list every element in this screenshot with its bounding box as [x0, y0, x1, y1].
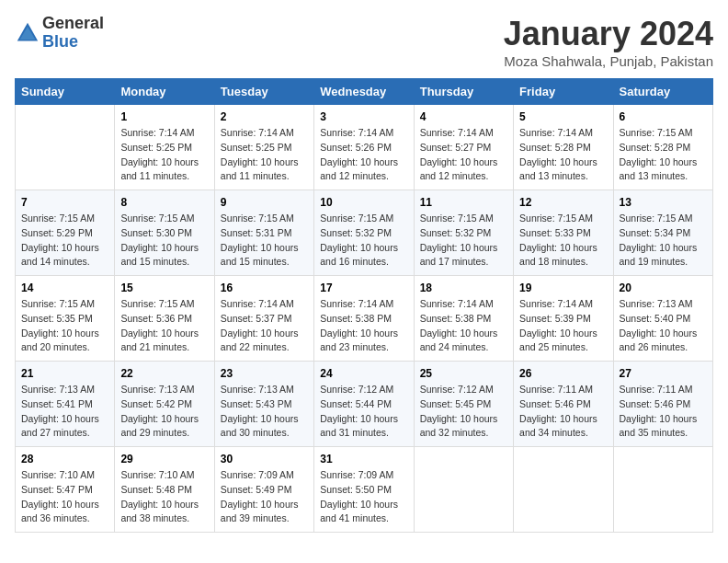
- calendar-cell: 23Sunrise: 7:13 AM Sunset: 5:43 PM Dayli…: [214, 362, 313, 447]
- day-info: Sunrise: 7:13 AM Sunset: 5:43 PM Dayligh…: [221, 383, 308, 441]
- day-number: 21: [21, 367, 108, 380]
- day-number: 15: [120, 282, 208, 294]
- day-number: 31: [320, 453, 407, 465]
- calendar-cell: 29Sunrise: 7:10 AM Sunset: 5:48 PM Dayli…: [115, 447, 214, 533]
- day-number: 6: [620, 110, 707, 123]
- header-day-saturday: Saturday: [613, 79, 712, 105]
- day-info: Sunrise: 7:15 AM Sunset: 5:34 PM Dayligh…: [620, 212, 707, 270]
- day-info: Sunrise: 7:11 AM Sunset: 5:46 PM Dayligh…: [620, 383, 707, 441]
- day-info: Sunrise: 7:13 AM Sunset: 5:41 PM Dayligh…: [21, 383, 108, 441]
- day-number: 8: [120, 196, 208, 209]
- calendar-cell: 28Sunrise: 7:10 AM Sunset: 5:47 PM Dayli…: [16, 447, 115, 533]
- header-day-tuesday: Tuesday: [214, 79, 313, 105]
- logo-blue-text: Blue: [42, 32, 78, 51]
- calendar-cell: 15Sunrise: 7:15 AM Sunset: 5:36 PM Dayli…: [115, 276, 214, 362]
- location-text: Moza Shahwala, Punjab, Pakistan: [504, 53, 713, 69]
- day-info: Sunrise: 7:15 AM Sunset: 5:29 PM Dayligh…: [21, 212, 108, 270]
- header-day-friday: Friday: [514, 79, 613, 105]
- day-info: Sunrise: 7:14 AM Sunset: 5:38 PM Dayligh…: [320, 297, 407, 355]
- header-day-wednesday: Wednesday: [314, 79, 414, 105]
- day-number: 25: [420, 367, 507, 380]
- calendar-cell: 27Sunrise: 7:11 AM Sunset: 5:46 PM Dayli…: [613, 362, 712, 447]
- header-day-monday: Monday: [115, 79, 214, 105]
- day-info: Sunrise: 7:14 AM Sunset: 5:25 PM Dayligh…: [221, 126, 308, 184]
- day-info: Sunrise: 7:10 AM Sunset: 5:47 PM Dayligh…: [21, 468, 108, 526]
- calendar-cell: 1Sunrise: 7:14 AM Sunset: 5:25 PM Daylig…: [115, 105, 214, 190]
- day-number: 17: [320, 282, 407, 294]
- day-number: 27: [620, 367, 707, 380]
- day-info: Sunrise: 7:09 AM Sunset: 5:49 PM Dayligh…: [221, 468, 308, 526]
- month-title: January 2024: [504, 15, 713, 53]
- day-number: 20: [620, 282, 707, 294]
- day-info: Sunrise: 7:15 AM Sunset: 5:30 PM Dayligh…: [120, 212, 208, 270]
- day-number: 26: [519, 367, 607, 380]
- day-number: 19: [519, 282, 607, 294]
- logo-general-text: General: [42, 14, 104, 32]
- header-row: SundayMondayTuesdayWednesdayThursdayFrid…: [16, 79, 713, 105]
- day-number: 16: [221, 282, 308, 294]
- day-info: Sunrise: 7:15 AM Sunset: 5:28 PM Dayligh…: [620, 126, 707, 184]
- week-row-5: 28Sunrise: 7:10 AM Sunset: 5:47 PM Dayli…: [16, 447, 713, 533]
- calendar-cell: 8Sunrise: 7:15 AM Sunset: 5:30 PM Daylig…: [115, 190, 214, 276]
- day-number: 4: [420, 110, 507, 123]
- calendar-cell: 31Sunrise: 7:09 AM Sunset: 5:50 PM Dayli…: [314, 447, 414, 533]
- calendar-cell: 3Sunrise: 7:14 AM Sunset: 5:26 PM Daylig…: [314, 105, 414, 190]
- day-info: Sunrise: 7:15 AM Sunset: 5:36 PM Dayligh…: [120, 297, 208, 355]
- calendar-cell: 16Sunrise: 7:14 AM Sunset: 5:37 PM Dayli…: [214, 276, 313, 362]
- calendar-cell: 30Sunrise: 7:09 AM Sunset: 5:49 PM Dayli…: [214, 447, 313, 533]
- logo-icon: [15, 20, 40, 46]
- day-info: Sunrise: 7:14 AM Sunset: 5:38 PM Dayligh…: [420, 297, 507, 355]
- day-number: 28: [21, 453, 108, 465]
- day-number: 13: [620, 196, 707, 209]
- day-info: Sunrise: 7:12 AM Sunset: 5:44 PM Dayligh…: [320, 383, 407, 441]
- calendar-cell: [613, 447, 712, 533]
- calendar-cell: 14Sunrise: 7:15 AM Sunset: 5:35 PM Dayli…: [16, 276, 115, 362]
- calendar-cell: 17Sunrise: 7:14 AM Sunset: 5:38 PM Dayli…: [314, 276, 414, 362]
- calendar-table: SundayMondayTuesdayWednesdayThursdayFrid…: [15, 78, 713, 533]
- day-info: Sunrise: 7:11 AM Sunset: 5:46 PM Dayligh…: [519, 383, 607, 441]
- day-number: 10: [320, 196, 407, 209]
- calendar-cell: 26Sunrise: 7:11 AM Sunset: 5:46 PM Dayli…: [514, 362, 613, 447]
- calendar-cell: 5Sunrise: 7:14 AM Sunset: 5:28 PM Daylig…: [514, 105, 613, 190]
- calendar-cell: 18Sunrise: 7:14 AM Sunset: 5:38 PM Dayli…: [414, 276, 513, 362]
- title-block: January 2024 Moza Shahwala, Punjab, Paki…: [504, 15, 713, 69]
- week-row-1: 1Sunrise: 7:14 AM Sunset: 5:25 PM Daylig…: [16, 105, 713, 190]
- day-info: Sunrise: 7:14 AM Sunset: 5:39 PM Dayligh…: [519, 297, 607, 355]
- day-info: Sunrise: 7:10 AM Sunset: 5:48 PM Dayligh…: [120, 468, 208, 526]
- day-number: 18: [420, 282, 507, 294]
- day-number: 22: [120, 367, 208, 380]
- calendar-cell: [16, 105, 115, 190]
- logo-text: General Blue: [42, 15, 104, 52]
- page-header: General Blue January 2024 Moza Shahwala,…: [15, 15, 713, 69]
- day-info: Sunrise: 7:15 AM Sunset: 5:32 PM Dayligh…: [420, 212, 507, 270]
- day-info: Sunrise: 7:15 AM Sunset: 5:33 PM Dayligh…: [519, 212, 607, 270]
- calendar-cell: 20Sunrise: 7:13 AM Sunset: 5:40 PM Dayli…: [613, 276, 712, 362]
- calendar-cell: 7Sunrise: 7:15 AM Sunset: 5:29 PM Daylig…: [16, 190, 115, 276]
- day-number: 2: [221, 110, 308, 123]
- day-info: Sunrise: 7:14 AM Sunset: 5:28 PM Dayligh…: [519, 126, 607, 184]
- calendar-cell: 13Sunrise: 7:15 AM Sunset: 5:34 PM Dayli…: [613, 190, 712, 276]
- day-number: 29: [120, 453, 208, 465]
- day-number: 23: [221, 367, 308, 380]
- day-info: Sunrise: 7:09 AM Sunset: 5:50 PM Dayligh…: [320, 468, 407, 526]
- day-info: Sunrise: 7:15 AM Sunset: 5:31 PM Dayligh…: [221, 212, 308, 270]
- day-number: 3: [320, 110, 407, 123]
- calendar-cell: [414, 447, 513, 533]
- day-number: 1: [120, 110, 208, 123]
- calendar-cell: 22Sunrise: 7:13 AM Sunset: 5:42 PM Dayli…: [115, 362, 214, 447]
- header-day-thursday: Thursday: [414, 79, 513, 105]
- calendar-cell: [514, 447, 613, 533]
- calendar-cell: 12Sunrise: 7:15 AM Sunset: 5:33 PM Dayli…: [514, 190, 613, 276]
- day-number: 24: [320, 367, 407, 380]
- logo: General Blue: [15, 15, 104, 52]
- header-day-sunday: Sunday: [16, 79, 115, 105]
- day-info: Sunrise: 7:15 AM Sunset: 5:35 PM Dayligh…: [21, 297, 108, 355]
- calendar-cell: 10Sunrise: 7:15 AM Sunset: 5:32 PM Dayli…: [314, 190, 414, 276]
- calendar-cell: 11Sunrise: 7:15 AM Sunset: 5:32 PM Dayli…: [414, 190, 513, 276]
- calendar-cell: 24Sunrise: 7:12 AM Sunset: 5:44 PM Dayli…: [314, 362, 414, 447]
- day-number: 9: [221, 196, 308, 209]
- day-info: Sunrise: 7:14 AM Sunset: 5:27 PM Dayligh…: [420, 126, 507, 184]
- day-info: Sunrise: 7:12 AM Sunset: 5:45 PM Dayligh…: [420, 383, 507, 441]
- calendar-cell: 6Sunrise: 7:15 AM Sunset: 5:28 PM Daylig…: [613, 105, 712, 190]
- day-number: 14: [21, 282, 108, 294]
